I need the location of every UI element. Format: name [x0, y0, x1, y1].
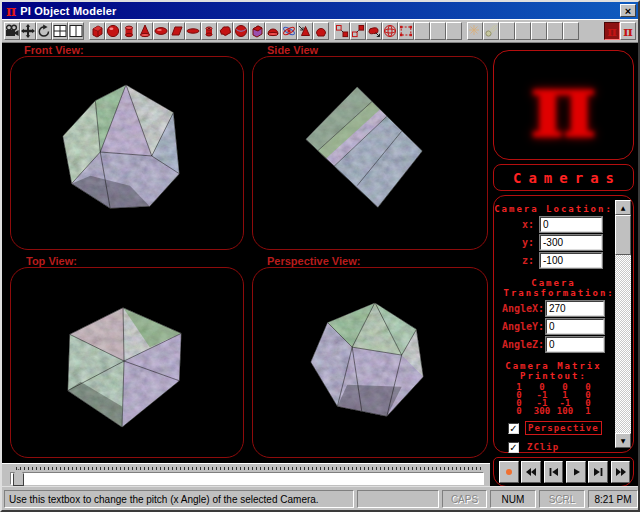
zclip-checkbox[interactable]: ✓: [508, 442, 519, 453]
ellipse-icon: [186, 24, 200, 38]
side-view-object: [253, 57, 487, 249]
rec-icon: [503, 465, 515, 480]
close-button[interactable]: ×: [620, 4, 636, 17]
next-icon: [592, 465, 604, 480]
front-viewport[interactable]: [10, 56, 244, 250]
create-dome-button[interactable]: [265, 22, 281, 40]
create-textured-cube-button[interactable]: [249, 22, 265, 40]
pi-mode-button[interactable]: π: [604, 22, 620, 40]
create-blob-button[interactable]: [217, 22, 233, 40]
move-icon: [21, 24, 35, 38]
create-disc-button[interactable]: [185, 22, 201, 40]
create-quad-button[interactable]: [169, 22, 185, 40]
toolbar: ππ: [2, 19, 638, 43]
fast-forward-button[interactable]: [611, 461, 631, 483]
blank-icon: [447, 24, 461, 38]
matrix-row: 0-110: [494, 391, 613, 399]
blank-icon: [548, 24, 562, 38]
scrl-indicator: SCRL: [539, 490, 585, 508]
create-ellipsoid-button[interactable]: [153, 22, 169, 40]
empty-slot: [499, 22, 515, 40]
side-viewport[interactable]: [252, 56, 488, 250]
rotate-tool-button[interactable]: [36, 22, 52, 40]
create-tube-button[interactable]: [201, 22, 217, 40]
deform-object-button[interactable]: [366, 22, 382, 40]
title-bar: π PI Object Modeler ×: [2, 2, 638, 19]
slider-ticks: [16, 467, 482, 470]
ff-icon: [615, 465, 627, 480]
camera-angle-input-anglex[interactable]: [546, 301, 604, 316]
pi-icon: π: [605, 24, 619, 38]
camera-options: ✓Perspective✓ZClip: [494, 422, 613, 453]
selectpts-icon: [399, 24, 413, 38]
slider-track[interactable]: [10, 472, 484, 485]
camera-location-fields: x:y:z:: [494, 217, 613, 268]
split-views-button[interactable]: [68, 22, 84, 40]
camera-angle-label: AngleX:: [494, 303, 542, 314]
sqarrow1-icon: [335, 24, 349, 38]
empty-slot: [414, 22, 430, 40]
create-cone-button[interactable]: [137, 22, 153, 40]
empty-slot: [531, 22, 547, 40]
pi-about-button[interactable]: π: [620, 22, 636, 40]
matrix-row: 1000: [494, 383, 613, 391]
camera-location-input-x[interactable]: [540, 217, 602, 232]
light-tool-button: [467, 22, 483, 40]
create-atom-button[interactable]: [281, 22, 297, 40]
create-hemisphere-button[interactable]: [313, 22, 329, 40]
blank-icon: [431, 24, 445, 38]
edit-vertices-button[interactable]: [398, 22, 414, 40]
camera-location-row: y:: [494, 235, 613, 250]
camera-location-input-y[interactable]: [540, 235, 602, 250]
blob-icon: [218, 24, 232, 38]
scroll-down-button[interactable]: ▼: [615, 433, 631, 448]
create-ball-button[interactable]: [233, 22, 249, 40]
camera-angle-input-angley[interactable]: [546, 319, 604, 334]
camera-angle-input-anglez[interactable]: [546, 337, 604, 352]
rewind-button[interactable]: [521, 461, 541, 483]
matrix-cell: 300: [531, 407, 554, 415]
perspective-view-label: Perspective View:: [267, 255, 360, 267]
quad-icon: [170, 24, 184, 38]
dome-icon: [266, 24, 280, 38]
sqarrow2-icon: [351, 24, 365, 38]
pi-logo: π: [530, 59, 597, 151]
rew-icon: [525, 465, 537, 480]
sidebar: π Cameras Camera Location: x:y:z: Camera…: [488, 43, 638, 488]
camera-location-input-z[interactable]: [540, 253, 602, 268]
matrix-row: 03001001: [494, 407, 613, 415]
texcube-icon: [250, 24, 264, 38]
perspective-viewport[interactable]: [252, 267, 488, 458]
record-button[interactable]: [499, 461, 519, 483]
create-sphere-button[interactable]: [105, 22, 121, 40]
sphere-icon: [106, 24, 120, 38]
top-viewport[interactable]: [10, 267, 244, 458]
step-forward-button[interactable]: [588, 461, 608, 483]
create-cube-button[interactable]: [89, 22, 105, 40]
create-cylinder-button[interactable]: [121, 22, 137, 40]
atom-icon: [282, 24, 296, 38]
wiresphere-icon: [383, 24, 397, 38]
top-view-label: Top View:: [26, 255, 77, 267]
scroll-up-button[interactable]: ▲: [615, 200, 631, 215]
timeline-slider[interactable]: [2, 463, 490, 488]
empty-slot: [547, 22, 563, 40]
wireframe-view-button[interactable]: [382, 22, 398, 40]
transform-cone-button[interactable]: [297, 22, 313, 40]
pi-icon: π: [621, 24, 635, 38]
conearrow-icon: [298, 24, 312, 38]
cameras-panel-header: Cameras: [493, 164, 634, 191]
camera-matrix-heading: Camera Matrix Printout:: [504, 361, 604, 381]
scrollbar-thumb[interactable]: [615, 215, 631, 255]
mirror-object-button[interactable]: [350, 22, 366, 40]
render-camera-button[interactable]: [4, 22, 20, 40]
play-button[interactable]: [566, 461, 586, 483]
tile-views-button[interactable]: [52, 22, 68, 40]
duplicate-object-button[interactable]: [334, 22, 350, 40]
move-tool-button[interactable]: [20, 22, 36, 40]
vertical-scrollbar[interactable]: ▲ ▼: [615, 200, 631, 448]
rotate-icon: [37, 24, 51, 38]
perspective-checkbox[interactable]: ✓: [508, 423, 519, 434]
transport-panel: [493, 457, 634, 487]
step-back-button[interactable]: [544, 461, 564, 483]
